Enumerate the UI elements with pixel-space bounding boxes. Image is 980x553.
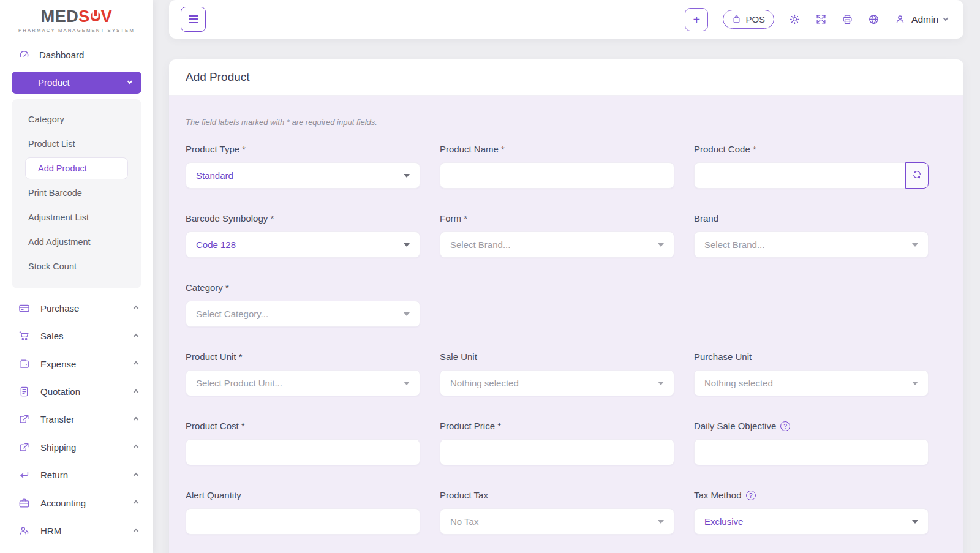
select-placeholder: No Tax — [450, 516, 478, 527]
sidebar-item-label: Dashboard — [39, 50, 84, 60]
refresh-icon — [912, 170, 922, 181]
sidebar-item-expense[interactable]: Expense — [0, 350, 153, 377]
sidebar-item-hrm[interactable]: HRM — [0, 517, 153, 544]
daily-sale-objective-input[interactable] — [694, 439, 929, 465]
category-select[interactable]: Select Category... — [186, 301, 420, 327]
form-row: Category * Select Category... — [186, 282, 947, 327]
sidebar-item-purchase[interactable]: Purchase — [0, 295, 153, 322]
share-out-icon — [18, 442, 30, 453]
shopping-cart-icon — [18, 330, 30, 342]
field-label: Alert Quantity — [186, 490, 420, 500]
select-value: Code 128 — [196, 239, 236, 250]
select-value: Exclusive — [704, 516, 743, 527]
help-icon[interactable] — [780, 421, 790, 431]
caret-down-icon — [658, 520, 664, 524]
generate-code-button[interactable] — [905, 162, 929, 189]
alert-quantity-input[interactable] — [186, 508, 420, 535]
logo-tagline: PHARMACY MANAGEMENT SYSTEM — [0, 28, 153, 33]
product-unit-select[interactable]: Select Product Unit... — [186, 370, 420, 396]
chevron-down-icon — [943, 16, 948, 21]
caret-down-icon — [912, 520, 918, 524]
sidebar-item-transfer[interactable]: Transfer — [0, 405, 153, 433]
field-tax-method: Tax Method Exclusive — [694, 490, 929, 535]
select-placeholder: Nothing selected — [450, 378, 519, 388]
pos-button[interactable]: POS — [723, 10, 774, 29]
field-category: Category * Select Category... — [186, 282, 420, 327]
theme-light-icon[interactable] — [789, 13, 801, 25]
chevron-down-icon — [127, 79, 132, 84]
sidebar-menu: Purchase Sales Expense Quotation Transfe… — [0, 295, 153, 545]
product-type-select[interactable]: Standard — [186, 162, 420, 189]
sidebar-item-product[interactable]: Product — [12, 72, 141, 94]
product-cost-input[interactable] — [186, 439, 420, 465]
document-icon — [18, 386, 30, 397]
sidebar-item-accounting[interactable]: Accounting — [0, 489, 153, 516]
submenu-item-print-barcode[interactable]: Print Barcode — [12, 181, 141, 205]
submenu-item-stock-count[interactable]: Stock Count — [12, 254, 141, 279]
help-icon[interactable] — [746, 491, 756, 500]
logo: MEDSV PHARMACY MANAGEMENT SYSTEM — [0, 0, 153, 37]
sidebar-toggle-button[interactable] — [181, 7, 206, 32]
sidebar-item-shipping[interactable]: Shipping — [0, 434, 153, 461]
purchase-unit-select[interactable]: Nothing selected — [694, 370, 929, 396]
field-label: Category * — [186, 282, 420, 293]
chevron-left-icon — [134, 389, 138, 394]
sidebar-item-sales[interactable]: Sales — [0, 322, 153, 350]
product-price-input[interactable] — [440, 439, 674, 465]
sidebar-item-label: Expense — [40, 359, 76, 369]
field-alert-quantity: Alert Quantity — [186, 490, 420, 535]
field-label: Barcode Symbology * — [186, 213, 420, 224]
fullscreen-icon[interactable] — [815, 13, 827, 25]
submenu-item-product-list[interactable]: Product List — [12, 132, 141, 156]
submenu-item-add-product[interactable]: Add Product — [25, 157, 128, 179]
chevron-left-icon — [134, 500, 138, 505]
user-menu[interactable]: Admin — [894, 13, 948, 25]
select-value: Standard — [196, 170, 233, 181]
select-placeholder: Select Brand... — [450, 239, 510, 250]
caret-down-icon — [404, 382, 410, 385]
brand-select[interactable]: Select Brand... — [694, 231, 929, 258]
sidebar-item-label: Accounting — [40, 498, 86, 508]
submenu-item-category[interactable]: Category — [12, 107, 141, 132]
pos-button-label: POS — [745, 14, 765, 24]
hamburger-icon — [189, 15, 198, 17]
chevron-left-icon — [134, 528, 138, 533]
field-label: Product Unit * — [186, 352, 420, 362]
barcode-symbology-select[interactable]: Code 128 — [186, 231, 420, 258]
field-label: Brand — [694, 213, 929, 224]
user-name-label: Admin — [911, 14, 938, 25]
field-label: Product Tax — [440, 490, 674, 500]
product-name-input[interactable] — [440, 162, 674, 189]
return-arrow-icon — [18, 469, 30, 481]
sidebar-item-label: HRM — [40, 525, 61, 536]
tax-method-select[interactable]: Exclusive — [694, 508, 929, 535]
sidebar-item-quotation[interactable]: Quotation — [0, 378, 153, 405]
form-select[interactable]: Select Brand... — [440, 231, 674, 258]
language-globe-icon[interactable] — [868, 13, 880, 25]
submenu-item-adjustment-list[interactable]: Adjustment List — [12, 205, 141, 230]
product-tax-select[interactable]: No Tax — [440, 508, 674, 535]
sidebar-item-label: Quotation — [40, 386, 80, 397]
quick-add-button[interactable] — [685, 8, 708, 31]
logo-part-gray: MED — [41, 7, 79, 26]
submenu-item-add-adjustment[interactable]: Add Adjustment — [12, 230, 141, 254]
select-placeholder: Select Brand... — [704, 239, 764, 250]
printer-icon[interactable] — [842, 13, 853, 25]
product-code-input[interactable] — [694, 162, 906, 189]
caret-down-icon — [658, 382, 664, 385]
caret-down-icon — [658, 243, 664, 247]
sale-unit-select[interactable]: Nothing selected — [440, 370, 674, 396]
field-label: Product Name * — [440, 144, 674, 154]
field-label: Product Price * — [440, 421, 674, 431]
caret-down-icon — [404, 312, 410, 316]
main-area: POS Admin Add Product The field labels m… — [169, 0, 963, 553]
sidebar-item-return[interactable]: Return — [0, 461, 153, 489]
sidebar-item-dashboard[interactable]: Dashboard — [0, 42, 153, 68]
chevron-left-icon — [134, 445, 138, 450]
add-product-form: The field labels marked with * are requi… — [169, 96, 963, 553]
briefcase-icon — [18, 497, 30, 509]
chevron-left-icon — [134, 472, 138, 477]
gauge-icon — [18, 49, 30, 61]
caret-down-icon — [912, 243, 918, 247]
page-title: Add Product — [186, 70, 947, 84]
